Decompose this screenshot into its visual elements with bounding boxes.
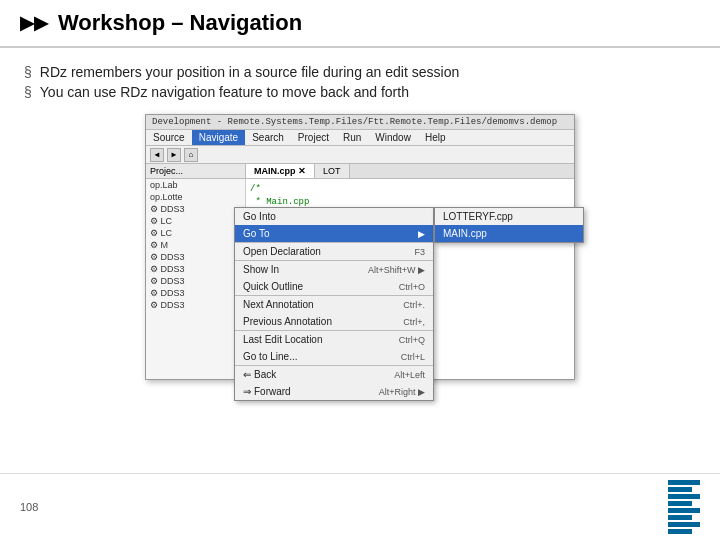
sidebar-dds3-3[interactable]: ⚙ DDS3 — [146, 263, 245, 275]
forward-label: Forward — [254, 386, 291, 397]
code-line-6: #include <iostr — [250, 248, 570, 261]
ide-menubar[interactable]: Source Navigate Search Project Run Windo… — [146, 130, 574, 146]
sidebar-op-lab[interactable]: op.Lab — [146, 179, 245, 191]
ide-window: Development - Remote.Systems.Temp.Files/… — [145, 114, 575, 380]
sidebar-dds3-5[interactable]: ⚙ DDS3 — [146, 287, 245, 299]
code-line-2: * Main.cpp — [250, 196, 570, 209]
code-line-3: * — [250, 209, 570, 222]
toolbar-btn-1[interactable]: ◀ — [150, 148, 164, 162]
code-line-1: /* — [250, 183, 570, 196]
ibm-bar-6 — [668, 515, 692, 520]
bullet-symbol-2: § — [24, 84, 32, 100]
sidebar-op-lotte[interactable]: op.Lotte — [146, 191, 245, 203]
forward-icon-label: ⇒ Forward — [243, 386, 291, 397]
ibm-bar-4 — [668, 501, 692, 506]
ibm-bar-3 — [668, 494, 700, 499]
menu-forward[interactable]: ⇒ Forward Alt+Right ▶ — [235, 383, 433, 400]
sidebar-dds3-1[interactable]: ⚙ DDS3 — [146, 203, 245, 215]
menu-window[interactable]: Window — [368, 130, 418, 145]
content: § RDz remembers your position in a sourc… — [0, 48, 720, 473]
ibm-bar-2 — [668, 487, 692, 492]
code-line-5: #include <stdio — [250, 235, 570, 248]
page-number: 108 — [20, 501, 38, 513]
bullet-text-1: RDz remembers your position in a source … — [40, 64, 459, 80]
bullet-2: § You can use RDz navigation feature to … — [24, 84, 696, 100]
header-icon: ▶▶ — [20, 12, 48, 34]
header: ▶▶ Workshop – Navigation — [0, 0, 720, 48]
menu-help[interactable]: Help — [418, 130, 453, 145]
sidebar-tab: Projec... — [146, 164, 246, 178]
ibm-bar-8 — [668, 529, 692, 534]
forward-shortcut: Alt+Right ▶ — [379, 387, 425, 397]
tab-lot[interactable]: LOT — [315, 164, 350, 178]
menu-navigate[interactable]: Navigate — [192, 130, 245, 145]
sidebar-lc-1[interactable]: ⚙ LC — [146, 215, 245, 227]
menu-run[interactable]: Run — [336, 130, 368, 145]
code-line-8 — [250, 274, 570, 287]
code-line-7: #include "Lotte — [250, 261, 570, 274]
ibm-bar-1 — [668, 480, 700, 485]
editor-tab-bar: Projec... MAIN.cpp ✕ LOT — [146, 164, 574, 179]
sidebar-dds3-6[interactable]: ⚙ DDS3 — [146, 299, 245, 311]
ide-editor: /* * Main.cpp * */ #include <stdio #incl… — [246, 179, 574, 379]
menu-search[interactable]: Search — [245, 130, 291, 145]
ide-toolbar: ◀ ▶ ⌂ — [146, 146, 574, 164]
sidebar-dds3-2[interactable]: ⚙ DDS3 — [146, 251, 245, 263]
ide-body: op.Lab op.Lotte ⚙ DDS3 ⚙ LC ⚙ LC ⚙ M ⚙ D… — [146, 179, 574, 379]
ibm-bar-7 — [668, 522, 700, 527]
sidebar-dds3-4[interactable]: ⚙ DDS3 — [146, 275, 245, 287]
ibm-logo — [668, 480, 700, 534]
toolbar-btn-2[interactable]: ▶ — [167, 148, 181, 162]
code-line-4: */ — [250, 222, 570, 235]
menu-source[interactable]: Source — [146, 130, 192, 145]
menu-project[interactable]: Project — [291, 130, 336, 145]
bullet-1: § RDz remembers your position in a sourc… — [24, 64, 696, 80]
screenshot-area: Development - Remote.Systems.Temp.Files/… — [24, 104, 696, 457]
code-line-10: int main() — [250, 300, 570, 313]
header-title: Workshop – Navigation — [58, 10, 302, 36]
sidebar-m[interactable]: ⚙ M — [146, 239, 245, 251]
slide: ▶▶ Workshop – Navigation § RDz remembers… — [0, 0, 720, 540]
ibm-bars — [668, 480, 700, 534]
toolbar-btn-3[interactable]: ⌂ — [184, 148, 198, 162]
tab-main-cpp[interactable]: MAIN.cpp ✕ — [246, 164, 315, 178]
sidebar-lc-2[interactable]: ⚙ LC — [146, 227, 245, 239]
ide-sidebar: op.Lab op.Lotte ⚙ DDS3 ⚙ LC ⚙ LC ⚙ M ⚙ D… — [146, 179, 246, 379]
ide-titlebar: Development - Remote.Systems.Temp.Files/… — [146, 115, 574, 130]
footer: 108 — [0, 473, 720, 540]
bullet-symbol-1: § — [24, 64, 32, 80]
bullet-text-2: You can use RDz navigation feature to mo… — [40, 84, 409, 100]
ibm-bar-5 — [668, 508, 700, 513]
code-line-9: using namespace — [250, 287, 570, 300]
